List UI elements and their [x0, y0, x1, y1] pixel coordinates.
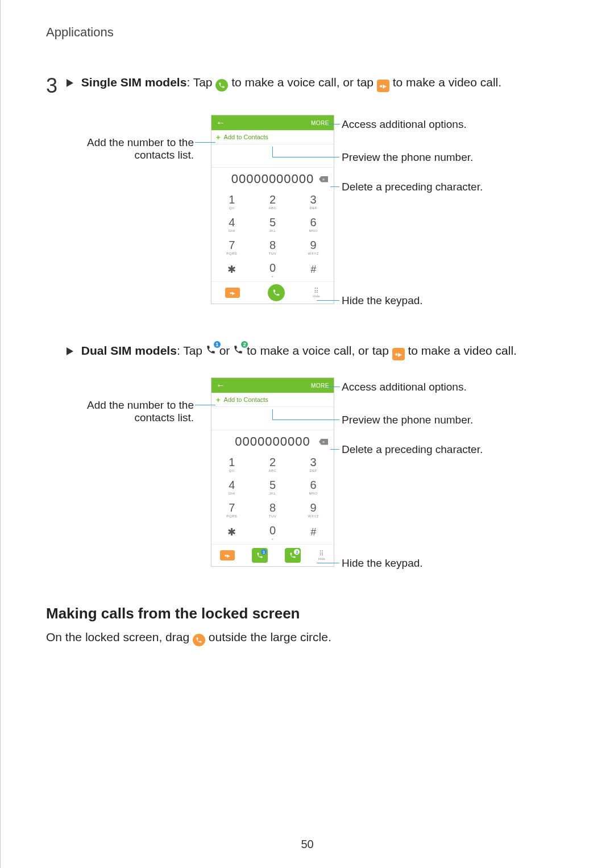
dial-key-#[interactable]: #	[293, 259, 334, 281]
video-call-icon: ▪▸	[392, 348, 405, 360]
figure-single-sim: ← MORE + Add to Contacts 00000000000 × 1…	[46, 115, 569, 319]
dialed-number: 0000000000	[235, 434, 310, 449]
dial-key-4[interactable]: 4GHI	[211, 213, 252, 236]
callout-hide: Hide the keypad.	[342, 557, 423, 570]
video-call-button[interactable]: ▪▸	[225, 288, 240, 298]
text-fragment: : Tap	[177, 344, 206, 357]
section-header: Applications	[46, 25, 569, 40]
callout-delete: Delete a preceding character.	[342, 443, 483, 456]
dial-key-1[interactable]: 1QO	[211, 453, 252, 476]
add-to-contacts-row[interactable]: + Add to Contacts	[211, 130, 334, 144]
more-button[interactable]: MORE	[311, 383, 329, 389]
callout-preview: Preview the phone number.	[342, 414, 473, 426]
sim2-call-button[interactable]: 2	[285, 548, 301, 563]
dial-key-9[interactable]: 9WXYZ	[293, 236, 334, 259]
callout-hide: Hide the keypad.	[342, 294, 423, 307]
dial-key-#[interactable]: #	[293, 521, 334, 544]
voice-call-button[interactable]	[268, 284, 285, 301]
dial-key-5[interactable]: 5JKL	[252, 476, 293, 499]
add-to-contacts-row[interactable]: + Add to Contacts	[211, 393, 334, 407]
dial-key-3[interactable]: 3DEF	[293, 453, 334, 476]
hide-keypad-button[interactable]: ⠿Hide	[318, 550, 325, 560]
dial-key-7[interactable]: 7PQRS	[211, 236, 252, 259]
text-fragment: : Tap	[186, 76, 215, 89]
callout-delete: Delete a preceding character.	[342, 181, 483, 193]
callout-more: Access additional options.	[342, 118, 467, 131]
text-fragment: to make a voice call, or tap	[243, 344, 392, 357]
dial-key-3[interactable]: 3DEF	[293, 190, 334, 213]
triangle-bullet-icon	[67, 347, 73, 355]
more-button[interactable]: MORE	[311, 120, 329, 126]
phone-mock-dual: ← MORE + Add to Contacts 0000000000 × 1Q…	[211, 377, 334, 567]
triangle-bullet-icon	[67, 79, 73, 87]
dial-key-0[interactable]: 0+	[252, 521, 293, 544]
dial-key-✱[interactable]: ✱	[211, 259, 252, 281]
figure-dual-sim: ← MORE + Add to Contacts 0000000000 × 1Q…	[46, 377, 569, 582]
step-number: 3	[46, 74, 67, 98]
single-sim-label: Single SIM models	[81, 76, 187, 89]
callout-preview: Preview the phone number.	[342, 151, 473, 164]
page-number: 50	[1, 838, 614, 851]
plus-icon: +	[216, 396, 221, 404]
step-dual-sim-text: Dual SIM models: Tap 1 or 2 to make a vo…	[67, 342, 569, 360]
dial-key-2[interactable]: 2ABC	[252, 190, 293, 213]
callout-add-contact: Add the number to the contacts list.	[46, 399, 194, 424]
dial-key-7[interactable]: 7PQRS	[211, 499, 252, 521]
callout-more: Access additional options.	[342, 381, 467, 393]
sim1-call-button[interactable]: 1	[252, 548, 268, 563]
hide-keypad-button[interactable]: ⠿Hide	[313, 288, 320, 298]
text-fragment: to make a video call.	[389, 76, 501, 89]
dual-sim-label: Dual SIM models	[81, 344, 177, 357]
backspace-icon[interactable]: ×	[319, 439, 328, 445]
back-icon[interactable]: ←	[216, 380, 225, 391]
dial-key-9[interactable]: 9WXYZ	[293, 499, 334, 521]
back-icon[interactable]: ←	[216, 118, 225, 128]
phone-shortcut-icon	[193, 634, 205, 646]
step-3: 3 Single SIM models: Tap to make a voice…	[46, 74, 569, 98]
dial-keypad[interactable]: 1QO2ABC3DEF4GHI5JKL6MNO7PQRS8TUV9WXYZ✱0+…	[211, 453, 334, 544]
subsection-heading: Making calls from the locked screen	[46, 605, 569, 622]
add-to-contacts-label: Add to Contacts	[224, 134, 268, 140]
dial-key-8[interactable]: 8TUV	[252, 236, 293, 259]
step-single-sim-text: Single SIM models: Tap to make a voice c…	[67, 74, 501, 92]
dial-key-6[interactable]: 6MNO	[293, 476, 334, 499]
dialed-number: 00000000000	[231, 172, 314, 186]
add-to-contacts-label: Add to Contacts	[224, 396, 268, 403]
callout-add-contact: Add the number to the contacts list.	[46, 136, 194, 161]
text-fragment: outside the large circle.	[209, 630, 331, 643]
phone-mock-single: ← MORE + Add to Contacts 00000000000 × 1…	[211, 115, 334, 304]
dial-key-1[interactable]: 1QO	[211, 190, 252, 213]
text-fragment: On the locked screen, drag	[46, 630, 193, 643]
dial-key-5[interactable]: 5JKL	[252, 213, 293, 236]
locked-screen-text: On the locked screen, drag outside the l…	[46, 630, 569, 646]
backspace-icon[interactable]: ×	[319, 176, 328, 182]
dial-key-8[interactable]: 8TUV	[252, 499, 293, 521]
dial-key-4[interactable]: 4GHI	[211, 476, 252, 499]
video-call-icon: ▪▸	[377, 80, 389, 92]
voice-call-icon	[215, 79, 228, 92]
plus-icon: +	[216, 133, 221, 142]
dial-key-2[interactable]: 2ABC	[252, 453, 293, 476]
dial-key-6[interactable]: 6MNO	[293, 213, 334, 236]
dial-key-0[interactable]: 0+	[252, 259, 293, 281]
sim2-call-icon: 2	[233, 344, 243, 355]
dial-key-✱[interactable]: ✱	[211, 521, 252, 544]
dial-keypad[interactable]: 1QO2ABC3DEF4GHI5JKL6MNO7PQRS8TUV9WXYZ✱0+…	[211, 190, 334, 281]
sim1-call-icon: 1	[206, 344, 216, 355]
text-fragment: to make a voice call, or tap	[228, 76, 376, 89]
text-fragment: to make a video call.	[405, 344, 517, 357]
video-call-button[interactable]: ▪▸	[220, 550, 235, 560]
